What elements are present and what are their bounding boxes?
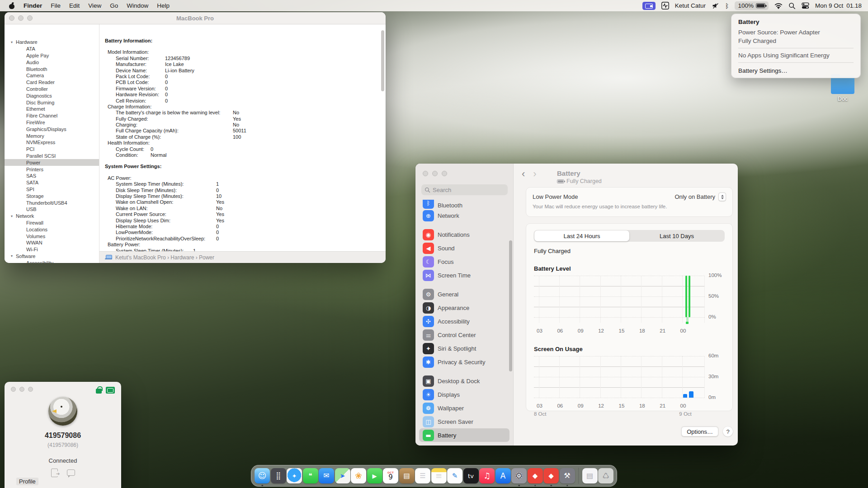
sysinfo-sidebar-item[interactable]: Diagnostics [5,92,99,99]
sidebar-item-notifications[interactable]: ◉ Notifications [419,228,509,241]
close-button[interactable] [11,387,16,392]
battery-menu-extra[interactable]: 100% [735,1,769,10]
options-button[interactable]: Options… [681,427,718,436]
sysinfo-sidebar-item[interactable]: ▾ Hardware [5,39,99,46]
sysinfo-sidebar-item[interactable]: ▾ Software [5,253,99,260]
sysinfo-sidebar-item[interactable]: Card Reader [5,79,99,86]
dock-anydesk[interactable]: ◆ [528,468,543,483]
dock-freeform[interactable]: ✎ [447,468,462,483]
dock-photos[interactable]: ❀ [351,468,366,483]
dock-notes[interactable]: ≡ [431,468,447,483]
activity-icon[interactable] [661,2,669,9]
minimize-button[interactable] [432,171,438,176]
dock-app-store[interactable]: A [495,468,511,483]
chat-icon[interactable] [67,469,75,476]
chevron-down-icon[interactable]: ▾ [11,254,16,258]
sysinfo-sidebar-item[interactable]: Wi-Fi [5,246,99,253]
dock-messages[interactable]: ❝ [303,468,318,483]
sysinfo-sidebar-item[interactable]: Audio [5,59,99,66]
sysinfo-sidebar-item[interactable]: NVMExpress [5,139,99,146]
sysinfo-sidebar-item[interactable]: Graphics/Displays [5,126,99,132]
dock-facetime[interactable]: ▶ [367,468,382,483]
sysinfo-sidebar-item[interactable]: Locations [5,226,99,233]
title-bar[interactable]: MacBook Pro [5,12,386,24]
dock-calendar[interactable]: OCT 9 [383,468,398,483]
sysinfo-sidebar-item[interactable]: Controller [5,86,99,93]
dock-safari[interactable]: ✦ [287,468,302,483]
dock-finder[interactable]: ☺ [255,468,270,483]
sidebar-item-displays[interactable]: ☀ Displays [419,388,509,401]
scrollbar-thumb[interactable] [509,240,512,371]
dock-system-information[interactable]: ⚒ [560,468,575,483]
dock-reminders[interactable]: ☰ [415,468,430,483]
tab-last-10-days[interactable]: Last 10 Days [629,230,724,241]
menu-item[interactable]: View [88,2,101,9]
dock-mail[interactable]: ✉ [319,468,334,483]
zoom-button[interactable] [442,171,447,176]
bluetooth-icon[interactable]: ᛒ [725,2,729,9]
chevron-down-icon[interactable]: ▾ [11,214,16,218]
dock-launchpad[interactable]: ⣿ [271,468,286,483]
battery-settings-menu-item[interactable]: Battery Settings… [731,66,860,75]
search-icon[interactable] [788,2,796,9]
menu-item[interactable]: Edit [69,2,80,9]
sidebar-item-network[interactable]: ⊕ Network [419,209,509,222]
wifi-icon[interactable] [774,2,783,9]
file-transfer-icon[interactable] [51,469,58,477]
sysinfo-sidebar-item[interactable]: FireWire [5,119,99,126]
menu-item[interactable]: Finder [24,2,42,9]
menu-bar-user[interactable]: Ketut Catur [675,2,706,9]
control-center-icon[interactable] [802,2,809,9]
dock-trash[interactable]: ♺ [598,468,613,483]
minimize-button[interactable] [19,387,24,392]
scrollbar-thumb[interactable] [381,30,384,91]
sysinfo-sidebar-item[interactable]: Disc Burning [5,99,99,106]
sidebar-item-privacy-security[interactable]: ✱ Privacy & Security [419,355,509,369]
sysinfo-sidebar-item[interactable]: ATA [5,46,99,52]
sysinfo-sidebar-item[interactable]: SAS [5,173,99,179]
sysinfo-sidebar-item[interactable]: Ethernet [5,106,99,113]
menu-bar-date[interactable]: Mon 9 Oct [815,2,843,9]
sidebar-item-wallpaper[interactable]: ❁ Wallpaper [419,401,509,415]
sysinfo-sidebar-item[interactable]: PCI [5,146,99,153]
sysinfo-sidebar-item[interactable]: SPI [5,186,99,193]
dock-anydesk-2[interactable]: ◆ [543,468,559,483]
mute-icon[interactable] [712,2,719,9]
sidebar-item-battery[interactable]: ▬ Battery [419,428,509,442]
back-button[interactable]: ‹ [522,168,525,180]
menu-item[interactable]: Go [110,2,118,9]
sysinfo-sidebar-item[interactable]: Printers [5,166,99,173]
sysinfo-sidebar-item[interactable]: Camera [5,72,99,79]
sysinfo-sidebar-item[interactable]: Firewall [5,220,99,226]
desktop-folder-doc[interactable]: Doc [829,76,857,102]
screen-sharing-icon[interactable] [642,2,656,10]
dock-apple-tv[interactable]: tv [463,468,479,483]
sysinfo-sidebar-item[interactable]: USB [5,206,99,213]
close-button[interactable] [423,171,428,176]
sidebar-item-sound[interactable]: ◀ Sound [419,241,509,255]
sidebar-item-accessibility[interactable]: ✣ Accessibility [419,314,509,328]
dock-documents-stack[interactable]: ▤ [582,468,598,483]
low-power-mode-select[interactable]: Only on Battery [675,192,726,201]
sidebar-item-general[interactable]: ⚙ General [419,287,509,301]
dock-system-settings[interactable]: ⚙ [511,468,527,483]
menu-item[interactable]: Help [157,2,170,9]
apple-logo-icon[interactable] [9,3,15,9]
menu-item[interactable]: File [51,2,61,9]
sysinfo-sidebar-item[interactable]: Power [5,159,99,166]
tab-last-24-hours[interactable]: Last 24 Hours [534,230,629,241]
sidebar-item-focus[interactable]: ☾ Focus [419,255,509,268]
sidebar-item-bluetooth[interactable]: ᛒ Bluetooth [419,200,509,209]
sysinfo-sidebar-item[interactable]: SATA [5,179,99,186]
sysinfo-sidebar-item[interactable]: ▾ Network [5,213,99,220]
sysinfo-sidebar-item[interactable]: Accessibility [5,259,99,263]
sidebar-item-screen-time[interactable]: ⋈ Screen Time [419,268,509,282]
sysinfo-sidebar-item[interactable]: Apple Pay [5,52,99,59]
sidebar-item-control-center[interactable]: ⚌ Control Center [419,328,509,342]
sidebar-item-desktop-dock[interactable]: ▣ Desktop & Dock [419,374,509,388]
sysinfo-sidebar-item[interactable]: WWAN [5,239,99,246]
sidebar-item-siri-spotlight[interactable]: ✦ Siri & Spotlight [419,342,509,355]
sysinfo-sidebar-item[interactable]: Bluetooth [5,66,99,72]
search-input[interactable]: Search [421,184,508,195]
dock-contacts[interactable]: ▤ [399,468,415,483]
